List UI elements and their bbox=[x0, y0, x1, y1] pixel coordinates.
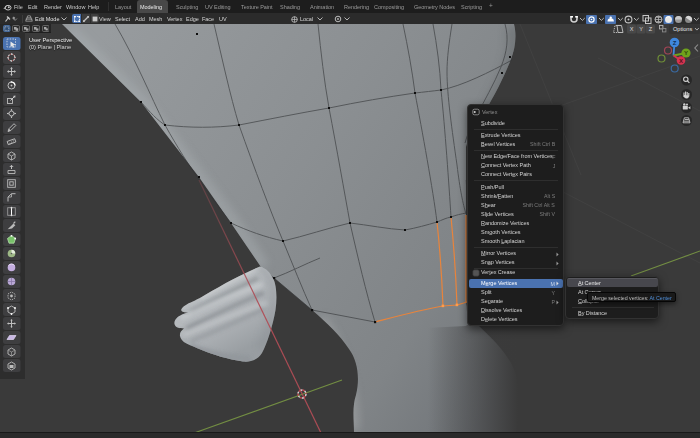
svg-text:X: X bbox=[679, 58, 683, 64]
svg-text:Y: Y bbox=[639, 26, 643, 32]
svg-text:Y: Y bbox=[684, 50, 688, 56]
svg-text:X: X bbox=[630, 26, 634, 32]
svg-text:Z: Z bbox=[673, 40, 677, 46]
